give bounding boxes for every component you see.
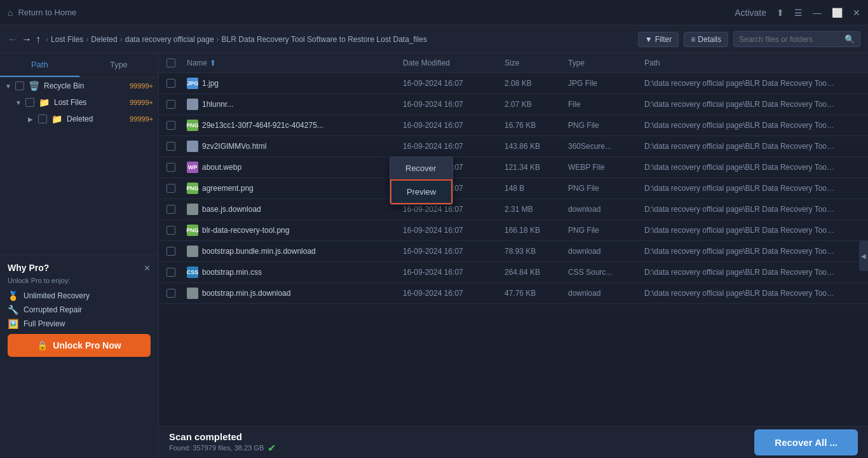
status-left: Scan completed Found: 357979 files, 38.2… bbox=[169, 431, 276, 454]
row-checkbox-9[interactable] bbox=[166, 268, 187, 277]
file-type-6: download bbox=[568, 205, 644, 214]
file-path-0: D:\data recovery official page\BLR Data … bbox=[644, 79, 835, 88]
pro-close-icon[interactable]: ✕ bbox=[144, 263, 151, 273]
table-row[interactable]: JPG 1.jpg 16-09-2024 16:07 2.08 KB JPG F… bbox=[159, 73, 868, 94]
table-row[interactable]: 1hlunnr... 16-09-2024 16:07 2.07 KB File… bbox=[159, 94, 868, 115]
file-icon-5: PNG bbox=[187, 183, 198, 194]
breadcrumb-blr[interactable]: BLR Data Recovery Tool Software to Resto… bbox=[222, 35, 427, 44]
row-checkbox-5[interactable] bbox=[166, 184, 187, 193]
unlimited-label: Unlimited Recovery bbox=[24, 291, 90, 300]
file-path-6: D:\data recovery official page\BLR Data … bbox=[644, 205, 835, 214]
recycle-bin-checkbox[interactable] bbox=[15, 81, 24, 90]
row-checkbox-1[interactable] bbox=[166, 100, 187, 109]
row-checkbox-2[interactable] bbox=[166, 121, 187, 130]
app-title[interactable]: Return to Home bbox=[18, 8, 76, 17]
up-arrow[interactable]: ↑ bbox=[36, 34, 41, 45]
forward-arrow[interactable]: → bbox=[22, 34, 32, 45]
table-row[interactable]: PNG blr-data-recovery-tool.png 16-09-202… bbox=[159, 220, 868, 241]
row-checkbox-0[interactable] bbox=[166, 79, 187, 88]
file-type-5: PNG File bbox=[568, 184, 644, 193]
file-path-4: D:\data recovery official page\BLR Data … bbox=[644, 163, 835, 172]
file-icon-4: WP bbox=[187, 162, 198, 173]
deleted-checkbox[interactable] bbox=[38, 114, 47, 123]
breadcrumb-data-recovery[interactable]: data recovery official page bbox=[125, 35, 214, 44]
file-path-5: D:\data recovery official page\BLR Data … bbox=[644, 184, 835, 193]
tab-path[interactable]: Path bbox=[0, 53, 79, 77]
file-date-8: 16-09-2024 16:07 bbox=[403, 247, 505, 256]
th-checkbox[interactable] bbox=[166, 59, 187, 67]
table-row[interactable]: base.js.download 16-09-2024 16:07 2.31 M… bbox=[159, 199, 868, 220]
back-arrow[interactable]: ← bbox=[8, 34, 18, 45]
nav-bar: ← → ↑ › Lost Files › Deleted › data reco… bbox=[0, 25, 868, 53]
table-row[interactable]: bootstrap.bundle.min.js.download 16-09-2… bbox=[159, 241, 868, 262]
file-name-6: base.js.download bbox=[202, 205, 261, 214]
breadcrumb-deleted[interactable]: Deleted bbox=[91, 35, 117, 44]
pro-subtitle: Unlock Pro to enjoy: bbox=[8, 277, 151, 284]
file-icon-8 bbox=[187, 246, 198, 257]
status-subtitle: Found: 357979 files, 38.23 GB ✔ bbox=[169, 442, 276, 454]
activate-button[interactable]: Activate bbox=[735, 8, 766, 18]
tree-recycle-bin[interactable]: ▼ 🗑️ Recycle Bin 99999+ bbox=[0, 78, 158, 94]
minimize-icon[interactable]: — bbox=[813, 8, 822, 18]
table-row[interactable]: 9zv2IGIMMVo.html 16-09-2024 16:07 143.86… bbox=[159, 136, 868, 157]
tab-type[interactable]: Type bbox=[79, 53, 159, 77]
breadcrumb-sep: › bbox=[46, 35, 48, 44]
search-box[interactable]: 🔍 bbox=[733, 31, 860, 47]
status-check-icon: ✔ bbox=[268, 442, 276, 454]
file-date-1: 16-09-2024 16:07 bbox=[403, 100, 505, 109]
details-button[interactable]: ≡ Details bbox=[684, 32, 728, 47]
file-size-8: 78.93 KB bbox=[505, 247, 568, 256]
file-size-0: 2.08 KB bbox=[505, 79, 568, 88]
file-name-8: bootstrap.bundle.min.js.download bbox=[202, 247, 316, 256]
recover-all-button[interactable]: Recover All ... bbox=[754, 429, 858, 455]
menu-icon[interactable]: ☰ bbox=[794, 8, 803, 18]
file-date-10: 16-09-2024 16:07 bbox=[403, 289, 505, 298]
select-all-checkbox[interactable] bbox=[166, 59, 175, 67]
lost-files-checkbox[interactable] bbox=[25, 98, 34, 107]
file-name-cell-8: bootstrap.bundle.min.js.download bbox=[187, 246, 403, 257]
upload-icon[interactable]: ⬆ bbox=[776, 8, 784, 18]
tree-lost-files[interactable]: ▼ 📁 Lost Files 99999+ bbox=[0, 94, 158, 111]
context-preview[interactable]: Preview bbox=[390, 179, 452, 204]
pro-panel: Why Pro? ✕ Unlock Pro to enjoy: 🏅 Unlimi… bbox=[0, 254, 158, 364]
table-row[interactable]: WP about.webp 16-09-2024 16:07 121.34 KB… bbox=[159, 157, 868, 178]
th-name[interactable]: Name ⬆ bbox=[187, 59, 403, 67]
breadcrumb-lost-files[interactable]: Lost Files bbox=[51, 35, 83, 44]
nav-arrows: ← → ↑ bbox=[8, 34, 41, 45]
unlock-pro-button[interactable]: 🔒 Unlock Pro Now bbox=[8, 334, 151, 357]
row-checkbox-6[interactable] bbox=[166, 205, 187, 214]
row-checkbox-3[interactable] bbox=[166, 142, 187, 151]
search-input[interactable] bbox=[739, 35, 841, 44]
close-icon[interactable]: ✕ bbox=[853, 8, 860, 18]
file-path-7: D:\data recovery official page\BLR Data … bbox=[644, 226, 835, 235]
search-icon: 🔍 bbox=[844, 34, 855, 44]
context-recover[interactable]: Recover bbox=[390, 157, 452, 179]
table-row[interactable]: PNG agreement.png 16-09-2024 16:07 148 B… bbox=[159, 178, 868, 199]
file-icon-1 bbox=[187, 99, 198, 110]
filter-button[interactable]: ▼ Filter bbox=[638, 32, 679, 47]
file-name-4: about.webp bbox=[202, 163, 241, 172]
table-row[interactable]: PNG 29e13cc1-30f7-464f-921c-404275... 16… bbox=[159, 115, 868, 136]
row-checkbox-8[interactable] bbox=[166, 247, 187, 256]
maximize-icon[interactable]: ⬜ bbox=[832, 8, 843, 18]
sort-icon: ⬆ bbox=[210, 59, 216, 67]
file-name-1: 1hlunnr... bbox=[202, 100, 233, 109]
file-path-2: D:\data recovery official page\BLR Data … bbox=[644, 121, 835, 130]
preview-icon: 🖼️ bbox=[8, 319, 18, 329]
file-size-3: 143.86 KB bbox=[505, 142, 568, 151]
filter-icon: ▼ bbox=[645, 35, 653, 44]
row-checkbox-7[interactable] bbox=[166, 226, 187, 235]
feature-unlimited: 🏅 Unlimited Recovery bbox=[8, 291, 151, 301]
row-checkbox-4[interactable] bbox=[166, 163, 187, 172]
th-date: Date Modified bbox=[403, 59, 505, 67]
table-row[interactable]: CSS bootstrap.min.css 16-09-2024 16:07 2… bbox=[159, 262, 868, 283]
row-checkbox-10[interactable] bbox=[166, 289, 187, 298]
recycle-bin-count: 99999+ bbox=[130, 82, 153, 90]
file-icon-6 bbox=[187, 204, 198, 215]
table-row[interactable]: bootstrap.min.js.download 16-09-2024 16:… bbox=[159, 283, 868, 304]
tree-deleted[interactable]: ▶ 📁 Deleted 99999+ bbox=[0, 111, 158, 127]
side-handle[interactable]: ◀ bbox=[859, 240, 868, 271]
file-size-6: 2.31 MB bbox=[505, 205, 568, 214]
pro-header: Why Pro? ✕ bbox=[8, 263, 151, 273]
file-icon-2: PNG bbox=[187, 120, 198, 131]
